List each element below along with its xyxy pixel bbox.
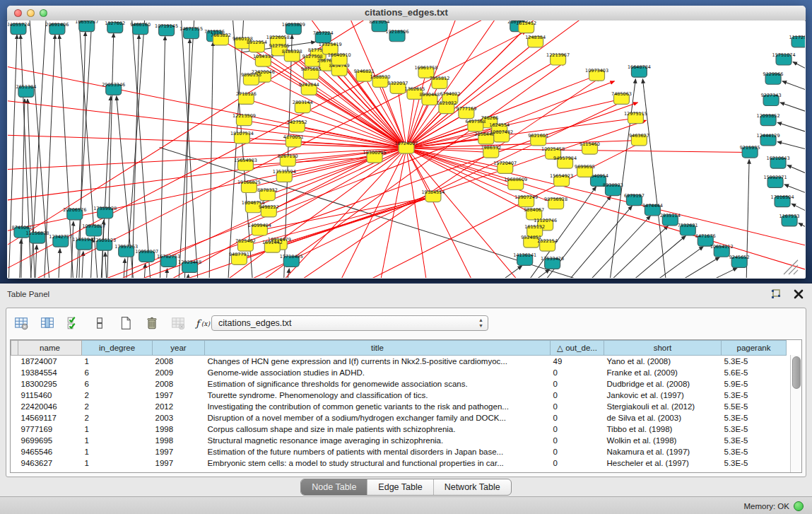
table-cell[interactable]: 6 <box>82 378 153 390</box>
column-header-title[interactable]: title <box>205 341 551 356</box>
table-cell[interactable]: Tibbo et al. (1998) <box>604 424 722 435</box>
graph-edge[interactable] <box>8 148 406 234</box>
network-canvas[interactable]: 1872400724055724206914061065528715276029… <box>8 21 805 278</box>
table-cell[interactable]: 2012 <box>153 401 205 412</box>
table-cell[interactable]: 9699695 <box>18 435 82 446</box>
column-header-pagerank[interactable]: pagerank <box>722 341 787 356</box>
table-cell[interactable]: 2009 <box>153 367 205 378</box>
table-cell[interactable]: Tourette syndrome. Phenomenology and cla… <box>205 390 551 401</box>
table-cell[interactable]: 5.3E-5 <box>722 435 787 446</box>
select-all-button[interactable] <box>64 315 83 333</box>
graph-edge[interactable] <box>325 148 406 278</box>
float-panel-icon[interactable] <box>770 288 782 300</box>
graph-edge[interactable] <box>579 226 669 278</box>
table-cell[interactable]: Yano et al. (2008) <box>604 356 722 368</box>
column-header-in-degree[interactable]: in_degree <box>82 341 153 356</box>
tab-network-table[interactable]: Network Table <box>433 479 511 495</box>
graph-edge[interactable] <box>782 81 805 95</box>
graph-edge[interactable] <box>208 42 213 278</box>
graph-edge[interactable] <box>777 141 805 152</box>
table-cell[interactable]: 5.3E-5 <box>722 457 787 469</box>
table-cell[interactable]: 14569117 <box>18 412 82 424</box>
graph-edge[interactable] <box>642 79 669 278</box>
table-row[interactable]: 946554611997Estimation of the future num… <box>11 446 787 457</box>
table-cell[interactable]: Disruption of a novel member of a sodium… <box>205 412 551 424</box>
graph-edge[interactable] <box>647 268 737 278</box>
table-cell[interactable]: 2 <box>82 412 153 424</box>
table-cell[interactable]: Hescheler et al. (1997) <box>604 457 722 469</box>
table-cell[interactable]: 1997 <box>153 446 205 457</box>
table-cell[interactable]: 0 <box>551 378 604 390</box>
table-row[interactable]: 2242004622012Investigating the contribut… <box>11 401 787 412</box>
table-row[interactable]: 1456911722003Disruption of a novel membe… <box>11 412 787 424</box>
table-cell[interactable]: Wolkin et al. (1998) <box>604 435 722 446</box>
graph-edge[interactable] <box>8 99 406 148</box>
table-cell[interactable]: 22420046 <box>18 401 82 412</box>
table-cell[interactable]: 0 <box>551 435 604 446</box>
table-cell[interactable]: 5.3E-5 <box>722 412 787 424</box>
table-cell[interactable]: 0 <box>551 446 604 457</box>
table-cell[interactable]: 1 <box>82 446 153 457</box>
table-cell[interactable]: 5.3E-5 <box>722 356 787 368</box>
table-cell[interactable]: 2008 <box>153 356 205 368</box>
column-header-name[interactable]: name <box>18 341 82 356</box>
graph-edge[interactable] <box>186 274 189 278</box>
table-cell[interactable]: 0 <box>551 367 604 378</box>
table-row[interactable]: 1830029562008Estimation of significance … <box>11 378 787 390</box>
graph-edge[interactable] <box>20 99 25 278</box>
table-row[interactable]: 1938455462009Genome-wide association stu… <box>11 367 787 378</box>
graph-edge[interactable] <box>160 36 165 278</box>
table-cell[interactable]: 5.3E-5 <box>722 446 787 457</box>
window-titlebar[interactable]: citations_edges.txt <box>7 6 806 21</box>
table-cell[interactable]: 0 <box>551 401 604 412</box>
table-cell[interactable]: 19384554 <box>18 367 82 378</box>
show-columns-button[interactable] <box>38 315 57 333</box>
column-header-year[interactable]: year <box>153 341 205 356</box>
table-cell[interactable]: 9115460 <box>18 390 82 401</box>
table-row[interactable]: 946362711997Embryonic stem cells: a mode… <box>11 457 787 469</box>
table-cell[interactable]: 0 <box>551 457 604 469</box>
graph-edge[interactable] <box>8 63 406 148</box>
table-cell[interactable]: Corpus callosum shape and size in male p… <box>205 424 551 435</box>
graph-edge[interactable] <box>780 103 805 116</box>
column-header-out-de-[interactable]: △ out_de... <box>551 341 604 356</box>
table-cell[interactable]: 2003 <box>153 412 205 424</box>
scrollbar-thumb[interactable] <box>792 356 801 389</box>
graph-edge[interactable] <box>143 264 146 278</box>
graph-edge[interactable] <box>122 259 125 278</box>
memory-ok-icon[interactable] <box>794 501 804 511</box>
graph-edge[interactable] <box>18 240 21 278</box>
table-cell[interactable]: 18724007 <box>18 356 82 368</box>
table-row[interactable]: 969969511998Structural magnetic resonanc… <box>11 435 787 446</box>
table-cell[interactable]: Investigating the contribution of common… <box>205 401 551 412</box>
table-cell[interactable]: de Silva et al. (2003) <box>604 412 722 424</box>
graph-edge[interactable] <box>57 249 60 278</box>
table-row[interactable]: 1872400712008Changes of HCN gene express… <box>11 356 787 368</box>
graph-edge[interactable] <box>272 197 433 247</box>
delete-column-button[interactable] <box>143 315 161 333</box>
graph-edge[interactable] <box>561 216 651 278</box>
table-cell[interactable]: 0 <box>551 424 604 435</box>
graph-edge[interactable] <box>181 21 200 278</box>
graph-edge[interactable] <box>799 223 805 234</box>
table-cell[interactable]: 5.9E-5 <box>722 378 787 390</box>
table-vertical-scrollbar[interactable] <box>790 355 801 472</box>
table-cell[interactable]: 5.6E-5 <box>722 367 787 378</box>
table-cell[interactable]: 1 <box>82 424 153 435</box>
table-cell[interactable]: 2 <box>82 390 153 401</box>
table-cell[interactable]: Estimation of the future numbers of pati… <box>205 446 551 457</box>
resize-corner-icon[interactable] <box>784 260 798 274</box>
table-cell[interactable]: 18300295 <box>18 378 82 390</box>
table-cell[interactable]: 49 <box>551 356 604 368</box>
table-cell[interactable]: 5.3E-5 <box>722 390 787 401</box>
table-cell[interactable]: 5.3E-5 <box>722 424 787 435</box>
table-cell[interactable]: Estimation of significance thresholds fo… <box>205 378 551 390</box>
graph-edge[interactable] <box>793 62 805 75</box>
tab-edge-table[interactable]: Edge Table <box>367 479 433 495</box>
graph-edge[interactable] <box>28 99 36 278</box>
table-cell[interactable]: 0 <box>551 412 604 424</box>
table-cell[interactable]: 1997 <box>153 390 205 401</box>
table-cell[interactable]: 1998 <box>153 424 205 435</box>
new-column-button[interactable] <box>117 315 135 333</box>
close-panel-icon[interactable] <box>792 288 805 300</box>
